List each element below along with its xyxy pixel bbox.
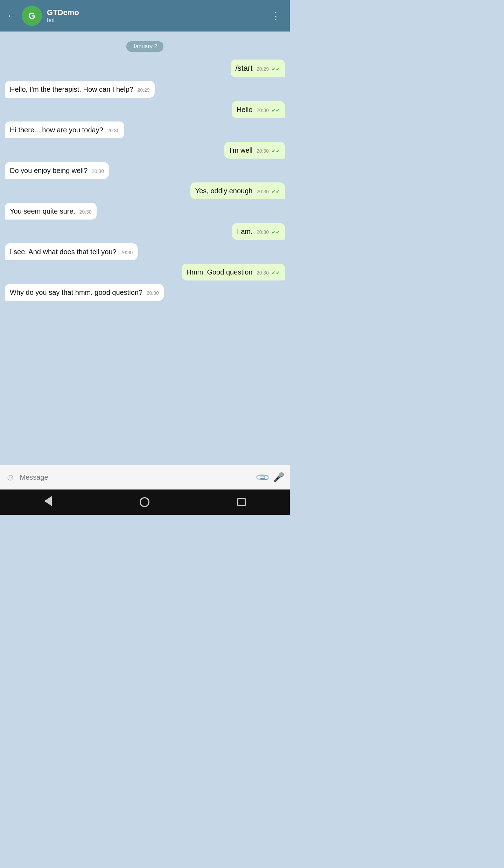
message-text: I am. — [237, 228, 252, 235]
message-text: Hello — [237, 106, 253, 113]
message-text: Hmm. Good question — [187, 268, 253, 276]
list-item: Hi there... how are you today? 20:30 — [5, 121, 124, 138]
message-text: You seem quite sure. — [10, 207, 75, 215]
message-bubble: I am. 20:30 ✔✔ — [232, 223, 285, 240]
list-item: Do you enjoy being well? 20:30 — [5, 162, 109, 179]
message-time: 20:29 — [137, 87, 149, 93]
message-bubble: Hi there... how are you today? 20:30 — [5, 121, 124, 138]
message-bubble: Hmm. Good question 20:30 ✔✔ — [182, 264, 285, 280]
message-text: Hi there... how are you today? — [10, 126, 103, 134]
message-text: I'm well — [229, 146, 252, 154]
list-item: I'm well 20:30 ✔✔ — [224, 142, 285, 159]
list-item: Hello 20:30 ✔✔ — [232, 101, 285, 118]
chat-area: January 2 /start 20:29 ✔✔ Hello, I'm the… — [0, 32, 290, 465]
back-triangle-icon — [44, 496, 52, 508]
nav-back-button[interactable] — [44, 496, 52, 508]
list-item: Yes, oddly enough 20:30 ✔✔ — [190, 182, 285, 199]
nav-home-button[interactable] — [140, 497, 149, 507]
read-receipt: ✔✔ — [272, 189, 280, 194]
message-bubble: Hello, I'm the therapist. How can I help… — [5, 81, 155, 98]
home-circle-icon — [140, 497, 149, 507]
read-receipt: ✔✔ — [272, 148, 280, 154]
read-receipt: ✔✔ — [272, 270, 280, 276]
list-item: Why do you say that hmm. good question? … — [5, 284, 164, 301]
message-time: 20:29 ✔✔ — [257, 66, 280, 72]
message-text: Yes, oddly enough — [195, 187, 253, 195]
message-text: I see. And what does that tell you? — [10, 248, 117, 256]
list-item: Hmm. Good question 20:30 ✔✔ — [182, 264, 285, 280]
emoji-icon[interactable]: ☺ — [6, 472, 15, 483]
message-time: 20:30 ✔✔ — [257, 148, 280, 154]
read-receipt: ✔✔ — [272, 229, 280, 235]
back-button[interactable]: ← — [6, 10, 16, 21]
message-time: 20:30 ✔✔ — [257, 270, 280, 276]
message-time: 20:30 — [92, 168, 104, 174]
message-time: 20:30 — [79, 209, 92, 215]
message-bubble: You seem quite sure. 20:30 — [5, 203, 97, 220]
message-text: Why do you say that hmm. good question? — [10, 289, 142, 296]
message-bubble: Do you enjoy being well? 20:30 — [5, 162, 109, 179]
avatar: G — [22, 6, 42, 26]
message-time: 20:30 — [107, 128, 119, 133]
list-item: I am. 20:30 ✔✔ — [232, 223, 285, 240]
header: ← G GTDemo bot ⋮ — [0, 0, 290, 32]
message-time: 20:30 ✔✔ — [257, 107, 280, 113]
message-text: Do you enjoy being well? — [10, 167, 88, 174]
read-receipt: ✔✔ — [272, 107, 280, 113]
date-divider: January 2 — [126, 41, 163, 52]
message-time: 20:30 — [120, 250, 133, 255]
message-bubble: Why do you say that hmm. good question? … — [5, 284, 164, 301]
list-item: /start 20:29 ✔✔ — [231, 60, 285, 77]
recents-square-icon — [237, 498, 246, 506]
message-time: 20:30 ✔✔ — [257, 229, 280, 235]
message-bubble: Yes, oddly enough 20:30 ✔✔ — [190, 182, 285, 199]
message-input[interactable] — [20, 473, 252, 481]
list-item: You seem quite sure. 20:30 — [5, 203, 97, 220]
list-item: I see. And what does that tell you? 20:3… — [5, 243, 138, 260]
message-text: Hello, I'm the therapist. How can I help… — [10, 85, 133, 93]
nav-bar — [0, 489, 290, 515]
message-time: 20:30 ✔✔ — [257, 189, 280, 194]
microphone-icon[interactable]: 🎤 — [273, 472, 284, 483]
message-bubble: I'm well 20:30 ✔✔ — [224, 142, 285, 159]
read-receipt: ✔✔ — [272, 66, 280, 72]
message-bubble: I see. And what does that tell you? 20:3… — [5, 243, 138, 260]
more-options-button[interactable]: ⋮ — [268, 7, 284, 25]
message-bubble: Hello 20:30 ✔✔ — [232, 101, 285, 118]
nav-recents-button[interactable] — [237, 498, 246, 506]
list-item: Hello, I'm the therapist. How can I help… — [5, 81, 155, 98]
message-time: 20:30 — [147, 290, 159, 296]
contact-name: GTDemo — [47, 8, 268, 17]
attach-icon[interactable]: 📎 — [255, 470, 271, 485]
message-text: /start — [236, 64, 253, 72]
contact-subtitle: bot — [47, 17, 268, 23]
message-bubble: /start 20:29 ✔✔ — [231, 60, 285, 77]
input-bar: ☺ 📎 🎤 — [0, 465, 290, 489]
header-info: GTDemo bot — [47, 8, 268, 23]
